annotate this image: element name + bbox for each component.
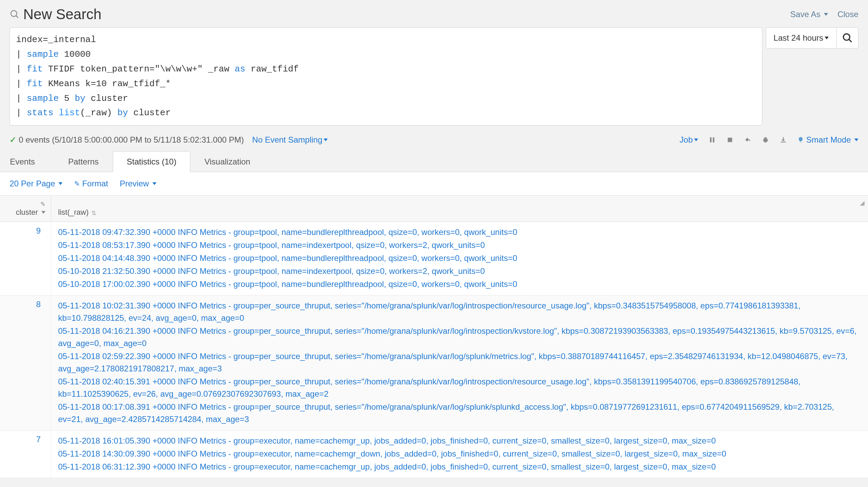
- search-input[interactable]: index=_internal | sample 10000 | fit TFI…: [10, 27, 762, 126]
- chevron-down-icon: [152, 182, 157, 185]
- search-button[interactable]: [837, 27, 858, 49]
- check-icon: ✓: [10, 135, 19, 144]
- tabs-row: Events Patterns Statistics (10) Visualiz…: [0, 151, 868, 172]
- header-actions: Save As Close: [790, 10, 858, 19]
- svg-rect-4: [710, 137, 712, 143]
- per-page-dropdown[interactable]: 20 Per Page: [10, 179, 63, 188]
- tab-events[interactable]: Events: [10, 151, 54, 172]
- drag-icon[interactable]: ◢: [860, 199, 865, 207]
- format-button[interactable]: ✎Format: [74, 179, 108, 188]
- tab-visualization[interactable]: Visualization: [190, 151, 264, 172]
- log-line: 05-11-2018 09:47:32.390 +0000 INFO Metri…: [58, 226, 861, 238]
- log-line: 05-11-2018 14:30:09.390 +0000 INFO Metri…: [58, 448, 861, 460]
- chevron-down-icon: [41, 211, 45, 214]
- log-line: 05-10-2018 21:32:50.390 +0000 INFO Metri…: [58, 265, 861, 277]
- pencil-icon: ✎: [74, 180, 80, 188]
- svg-rect-8: [764, 137, 767, 139]
- col-header-list[interactable]: list(_raw)⇅ ◢: [51, 196, 868, 222]
- results-table: ✎ cluster list(_raw)⇅ ◢ 905-11-2018 09:4…: [0, 195, 868, 478]
- preview-dropdown[interactable]: Preview: [120, 179, 156, 188]
- cell-list[interactable]: 05-11-2018 16:01:05.390 +0000 INFO Metri…: [51, 431, 868, 478]
- sort-icon: ⇅: [91, 209, 96, 217]
- table-row: 805-11-2018 10:02:31.390 +0000 INFO Metr…: [0, 295, 868, 431]
- cell-cluster[interactable]: 7: [0, 431, 51, 478]
- stop-icon[interactable]: [726, 136, 734, 144]
- share-icon[interactable]: [744, 136, 751, 144]
- search-row: index=_internal | sample 10000 | fit TFI…: [0, 27, 868, 130]
- chevron-down-icon: [58, 182, 63, 185]
- svg-point-0: [11, 11, 17, 17]
- results-bar: 20 Per Page ✎Format Preview: [0, 172, 868, 195]
- svg-rect-9: [764, 141, 767, 143]
- status-events: ✓ 0 events (5/10/18 5:00:00.000 PM to 5/…: [10, 135, 244, 145]
- search-icon: [10, 9, 20, 19]
- page-title: New Search: [23, 6, 101, 23]
- log-line: 05-11-2018 10:02:31.390 +0000 INFO Metri…: [58, 300, 861, 324]
- event-sampling-dropdown[interactable]: No Event Sampling: [252, 135, 328, 145]
- log-line: 05-11-2018 04:14:48.390 +0000 INFO Metri…: [58, 252, 861, 264]
- header-bar: New Search Save As Close: [0, 0, 868, 27]
- cell-cluster[interactable]: 9: [0, 222, 51, 295]
- pause-icon[interactable]: [708, 136, 716, 144]
- chevron-down-icon: [825, 37, 829, 39]
- close-button[interactable]: Close: [838, 10, 858, 19]
- log-line: 05-11-2018 16:01:05.390 +0000 INFO Metri…: [58, 435, 861, 447]
- table-header: ✎ cluster list(_raw)⇅ ◢: [0, 196, 868, 222]
- print-icon[interactable]: [762, 136, 769, 144]
- lightbulb-icon: [797, 136, 804, 143]
- log-line: 05-11-2018 02:40:15.391 +0000 INFO Metri…: [58, 376, 861, 400]
- log-line: 05-10-2018 17:00:02.390 +0000 INFO Metri…: [58, 278, 861, 290]
- status-row: ✓ 0 events (5/10/18 5:00:00.000 PM to 5/…: [0, 130, 868, 151]
- svg-line-3: [849, 39, 852, 42]
- cell-list[interactable]: 05-11-2018 10:02:31.390 +0000 INFO Metri…: [51, 295, 868, 430]
- chevron-down-icon: [824, 13, 828, 16]
- pencil-icon[interactable]: ✎: [40, 200, 45, 208]
- svg-line-1: [16, 16, 18, 18]
- table-row: 905-11-2018 09:47:32.390 +0000 INFO Metr…: [0, 222, 868, 295]
- tab-statistics[interactable]: Statistics (10): [113, 151, 190, 172]
- log-line: 05-11-2018 08:53:17.390 +0000 INFO Metri…: [58, 239, 861, 251]
- chevron-down-icon: [854, 139, 858, 141]
- export-icon[interactable]: [779, 136, 787, 144]
- save-as-button[interactable]: Save As: [790, 10, 828, 19]
- time-range-picker[interactable]: Last 24 hours: [766, 27, 837, 49]
- svg-point-2: [843, 34, 850, 40]
- svg-rect-5: [713, 137, 715, 143]
- tab-patterns[interactable]: Patterns: [54, 151, 112, 172]
- table-row: 705-11-2018 16:01:05.390 +0000 INFO Metr…: [0, 431, 868, 478]
- chevron-down-icon: [694, 139, 698, 141]
- status-right: Job Smart Mode: [680, 135, 858, 145]
- col-header-cluster[interactable]: ✎ cluster: [0, 196, 51, 222]
- job-dropdown[interactable]: Job: [680, 135, 699, 145]
- log-line: 05-11-2018 04:16:21.390 +0000 INFO Metri…: [58, 325, 861, 350]
- status-left: ✓ 0 events (5/10/18 5:00:00.000 PM to 5/…: [10, 135, 328, 145]
- cell-list[interactable]: 05-11-2018 09:47:32.390 +0000 INFO Metri…: [51, 222, 868, 295]
- log-line: 05-11-2018 00:17:08.391 +0000 INFO Metri…: [58, 401, 861, 425]
- table-body: 905-11-2018 09:47:32.390 +0000 INFO Metr…: [0, 222, 868, 478]
- log-line: 05-11-2018 06:31:12.390 +0000 INFO Metri…: [58, 461, 861, 473]
- svg-rect-6: [728, 138, 732, 142]
- title-wrap: New Search: [10, 6, 101, 23]
- smart-mode-dropdown[interactable]: Smart Mode: [797, 135, 858, 145]
- log-line: 05-11-2018 02:59:22.390 +0000 INFO Metri…: [58, 350, 861, 375]
- cell-cluster[interactable]: 8: [0, 295, 51, 430]
- chevron-down-icon: [324, 139, 328, 141]
